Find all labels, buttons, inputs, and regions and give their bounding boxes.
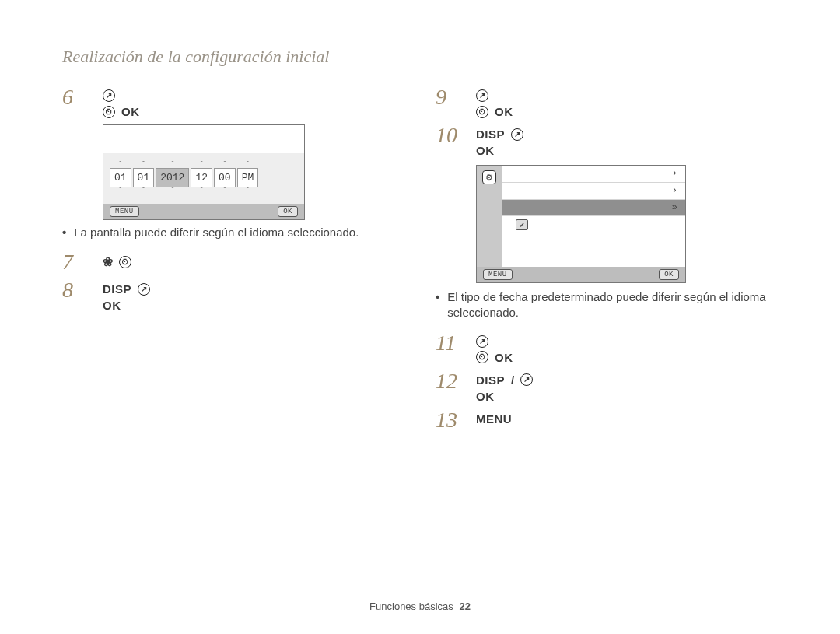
chevron-down-icon: ˇ: [222, 187, 226, 194]
list-row: ›: [502, 166, 685, 183]
dt-value: 12: [191, 168, 212, 187]
step-9-icons: ↗: [476, 89, 778, 102]
chevron-up-icon: ˆ: [170, 161, 174, 168]
step-number: 11: [436, 332, 462, 354]
step-13-line: MENU: [476, 412, 778, 426]
macro-icon: ❀: [103, 254, 113, 269]
chevron-down-icon: ˇ: [142, 187, 145, 194]
menu-label: MENU: [476, 412, 512, 426]
date-type-screen: ⚙ › › » ✔ MENU OK: [476, 165, 686, 283]
datetime-selector-row: ˆ 01 ˇ ˆ 01 ˇ ˆ 2012 ˇ ˆ: [110, 161, 298, 194]
chevron-down-icon: ˇ: [200, 187, 204, 194]
timer-dial-icon: ↗: [520, 373, 533, 386]
datetime-screen: ˆ 01 ˇ ˆ 01 ˇ ˆ 2012 ˇ ˆ: [103, 124, 305, 220]
dt-value: 01: [110, 168, 131, 187]
step-8-line-2: OK: [103, 299, 404, 312]
step-11-icons: ↗: [476, 335, 778, 348]
dt-cell: ˆ 00 ˇ: [214, 161, 236, 194]
dt-cell-selected: ˆ 2012 ˇ: [156, 161, 189, 194]
step-6: 6 ↗ ⏲ OK: [62, 86, 404, 118]
timer-dial-icon: ↗: [103, 89, 115, 102]
step-12: 12 DISP / ↗ OK: [436, 370, 778, 403]
dt-cell: ˆ 01 ˇ: [110, 161, 131, 194]
screen-menu-button: MENU: [483, 269, 513, 280]
chevron-up-icon: ˆ: [118, 161, 122, 168]
chevron-down-icon: ˇ: [170, 187, 174, 194]
chevron-up-icon: ˆ: [222, 161, 226, 168]
step-8-line-1: DISP ↗: [103, 282, 404, 296]
step-number: 6: [62, 86, 89, 108]
step-10: 10 DISP ↗ OK: [436, 124, 778, 157]
chevron-down-icon: ˇ: [246, 187, 250, 194]
timer-dial-icon: ↗: [476, 89, 488, 102]
list-row: ›: [502, 183, 685, 200]
dt-value: 2012: [156, 168, 189, 187]
step-13: 13 MENU: [436, 409, 778, 431]
list-row: [502, 250, 685, 267]
step-7: 7 ❀ ⏲: [62, 251, 404, 273]
left-column: 6 ↗ ⏲ OK ˆ 01 ˇ: [62, 86, 404, 437]
step-10-line-1: DISP ↗: [476, 128, 778, 141]
bullet-icon: •: [436, 289, 439, 321]
list-row-checked: ✔: [502, 216, 685, 233]
gear-icon: ⚙: [482, 170, 496, 184]
step-number: 13: [436, 409, 462, 431]
ok-label: OK: [476, 144, 495, 157]
chevron-up-icon: ˆ: [246, 161, 250, 168]
timer-dial-icon: ↗: [138, 283, 150, 296]
dt-value: PM: [237, 168, 259, 187]
list-row-selected: »: [502, 200, 685, 217]
screen-ok-button: OK: [659, 269, 679, 280]
step-9-icons-2: ⏲ OK: [476, 105, 778, 118]
step-7-icons: ❀ ⏲: [103, 254, 404, 269]
note-text: La pantalla puede diferir según el idiom…: [74, 225, 359, 240]
step-12-line-1: DISP / ↗: [476, 373, 778, 387]
bullet-icon: •: [62, 225, 66, 240]
disp-label: DISP: [103, 282, 131, 296]
step-number: 10: [436, 124, 462, 146]
step-10-line-2: OK: [476, 144, 778, 157]
note-text: El tipo de fecha predeterminado puede di…: [447, 289, 778, 321]
disp-label: DISP: [476, 373, 505, 387]
footer-page-number: 22: [459, 601, 470, 612]
ok-label: OK: [495, 351, 513, 364]
page-title: Realización de la configuración inicial: [62, 47, 778, 67]
screen-menu-button: MENU: [110, 206, 139, 217]
screen-ok-button: OK: [278, 206, 298, 217]
slash: /: [511, 373, 514, 387]
ok-label: OK: [476, 390, 495, 403]
dt-value: 00: [214, 168, 236, 187]
timer-dial-icon: ↗: [476, 335, 488, 348]
chevron-down-icon: ˇ: [118, 187, 122, 194]
list-row: [502, 233, 685, 250]
dt-cell: ˆ 12 ˇ: [191, 161, 212, 194]
step-6-icons: ↗: [103, 89, 404, 102]
step-11-icons-2: ⏲ OK: [476, 351, 778, 364]
right-column: 9 ↗ ⏲ OK 10 DISP ↗ OK: [436, 86, 778, 437]
footer-section: Funciones básicas: [369, 601, 453, 612]
page-footer: Funciones básicas 22: [0, 601, 840, 612]
step-6-icons-2: ⏲ OK: [103, 105, 404, 118]
dt-value: 01: [133, 168, 155, 187]
step-9: 9 ↗ ⏲ OK: [436, 86, 778, 118]
dt-cell: ˆ PM ˇ: [237, 161, 259, 194]
chevron-up-icon: ˆ: [200, 161, 204, 168]
ok-label: OK: [103, 299, 121, 312]
step-number: 8: [62, 279, 89, 301]
timer-icon: ⏲: [476, 351, 488, 363]
step-number: 12: [436, 370, 462, 392]
step-number: 7: [62, 251, 89, 273]
step-8: 8 DISP ↗ OK: [62, 279, 404, 312]
left-note: • La pantalla puede diferir según el idi…: [62, 225, 404, 240]
check-icon: ✔: [516, 219, 528, 230]
disp-label: DISP: [476, 128, 505, 141]
right-note: • El tipo de fecha predeterminado puede …: [436, 289, 778, 321]
timer-icon: ⏲: [476, 106, 488, 118]
ok-label: OK: [121, 105, 140, 118]
step-number: 9: [436, 86, 462, 108]
ok-label: OK: [495, 105, 513, 118]
timer-icon: ⏲: [103, 106, 115, 118]
step-12-line-2: OK: [476, 390, 778, 403]
dt-cell: ˆ 01 ˇ: [133, 161, 155, 194]
timer-dial-icon: ↗: [511, 128, 523, 141]
